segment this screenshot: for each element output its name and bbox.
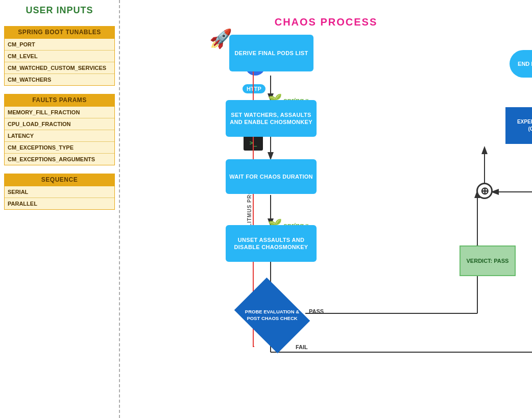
probe-eval-diamond: PROBE EVALUATION & POST CHAOS CHECK: [239, 288, 305, 342]
set-watchers-box: SET WATCHERS, ASSAULTS AND ENABLE CHOSMO…: [226, 100, 317, 137]
list-item: CM_LEVEL: [5, 51, 114, 62]
user-inputs-title: USER INPUTS: [4, 5, 115, 16]
spring-boot-section: SPRING BOOT TUNABLES CM_PORT CM_LEVEL CM…: [4, 26, 115, 86]
list-item: PARALLEL: [5, 198, 114, 209]
verdict-pass-box: VERDICT: PASS: [460, 245, 516, 276]
list-item: SERIAL: [5, 186, 114, 198]
list-item: CM_WATCHED_CUSTOM_SERVICES: [5, 62, 114, 74]
faults-items: MEMORY_FILL_FRACTION CPU_LOAD_FRACTION L…: [4, 106, 115, 165]
sequence-items: SERIAL PARALLEL: [4, 186, 115, 210]
wait-chaos-box: WAIT FOR CHAOS DURATION: [226, 159, 317, 194]
fail-label: FAIL: [296, 344, 308, 350]
unset-assaults-box: UNSET ASSAULTS AND DISABLE CHAOSMONKEY: [226, 225, 317, 262]
faults-header: FAULTS PARAMS: [4, 94, 115, 106]
end-experiment-oval: END EXPERIMENT: [510, 50, 532, 78]
faults-section: FAULTS PARAMS MEMORY_FILL_FRACTION CPU_L…: [4, 94, 115, 165]
merge-circle: ⊕: [476, 183, 493, 199]
list-item: CM_EXCEPTIONS_ARGUMENTS: [5, 154, 114, 165]
list-item: LATENCY: [5, 130, 114, 142]
flow-arrows: [120, 0, 532, 418]
right-panel: CHAOS PROCESS 🚀: [120, 0, 532, 418]
chaos-process-title: CHAOS PROCESS: [120, 16, 532, 28]
sequence-header: SEQUENCE: [4, 174, 115, 186]
probe-eval-text: PROBE EVALUATION & POST CHAOS CHECK: [239, 307, 305, 324]
sequence-section: SEQUENCE SERIAL PARALLEL: [4, 174, 115, 210]
spring-boot-header: SPRING BOOT TUNABLES: [4, 26, 115, 38]
pass-label: PASS: [309, 308, 324, 314]
list-item: CM_PORT: [5, 39, 114, 51]
spring-boot-items: CM_PORT CM_LEVEL CM_WATCHED_CUSTOM_SERVI…: [4, 38, 115, 86]
list-item: CM_WATCHERS: [5, 74, 114, 85]
list-item: CPU_LOAD_FRACTION: [5, 118, 114, 130]
list-item: CM_EXCEPTIONS_TYPE: [5, 142, 114, 154]
left-panel: USER INPUTS SPRING BOOT TUNABLES CM_PORT…: [0, 0, 120, 418]
experiment-state-box: EXPERIMENT STATE (C.RESULT): [505, 107, 532, 144]
list-item: MEMORY_FILL_FRACTION: [5, 107, 114, 118]
derive-pods-box: DERIVE FINAL PODS LIST: [229, 35, 313, 71]
